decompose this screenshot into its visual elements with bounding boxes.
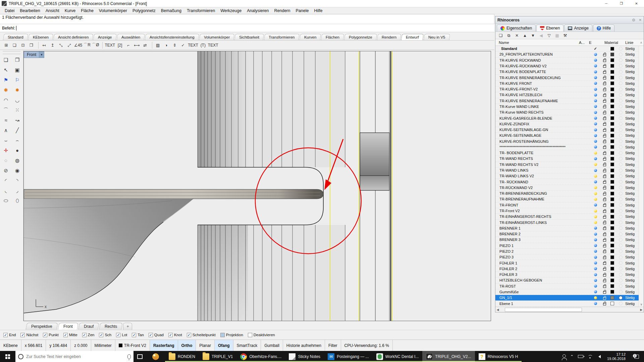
viewport-tab[interactable]: Perspektive — [25, 323, 58, 330]
taskbar-app[interactable]: Rhinoceros V5 H — [475, 351, 522, 362]
osnap-toggle[interactable]: ✓ Scheitelpunkt — [187, 333, 216, 337]
checkbox-icon[interactable]: ✓ — [187, 333, 191, 337]
lock-icon[interactable] — [603, 262, 606, 265]
named-views-icon[interactable]: ❐ — [27, 41, 36, 49]
layer-row[interactable]: TR-KURVE BODENPLATTE ✓ Stetig — [495, 69, 639, 75]
lock-icon[interactable] — [603, 153, 606, 155]
checkbox-icon[interactable]: ✓ — [82, 333, 87, 337]
lock-icon[interactable] — [603, 60, 606, 62]
dim-aligned-icon[interactable]: ⤡ — [57, 41, 65, 49]
status-cell[interactable]: Planar — [196, 340, 215, 351]
bulb-icon[interactable] — [594, 82, 597, 85]
bulb-icon[interactable] — [594, 105, 597, 108]
move-cv-icon[interactable]: ▣ — [12, 65, 22, 74]
material-icon[interactable] — [619, 53, 623, 56]
status-cell[interactable]: y 106.484 — [46, 340, 71, 351]
bulb-icon[interactable] — [594, 238, 597, 241]
arc-tangent-icon[interactable]: ◞ — [12, 186, 22, 195]
menu-item[interactable]: Werkzeuge — [218, 8, 244, 14]
layer-row[interactable]: FÜHLER 2 ✓ Stetig — [495, 266, 639, 272]
material-icon[interactable] — [619, 116, 623, 120]
panel-tab[interactable]: Anzeige — [564, 24, 592, 32]
arc-center-icon[interactable]: ◜ — [1, 176, 11, 185]
layer-color-swatch[interactable] — [610, 151, 614, 155]
layer-linetype[interactable]: Stetig — [625, 174, 639, 178]
bulb-icon[interactable] — [594, 285, 597, 288]
layer-row[interactable]: KURVE-ZÜNDFIX ✓ Stetig — [495, 121, 639, 127]
layer-row[interactable]: GN_1/1 ✓ Stetig — [495, 295, 639, 301]
layer-linetype[interactable]: Stetig — [625, 168, 639, 172]
checkbox-icon[interactable]: ✓ — [220, 333, 225, 337]
bulb-icon[interactable] — [594, 279, 597, 282]
layer-row[interactable]: TR-RÜCKWAND V2 ✓ Stetig — [495, 185, 639, 191]
toolbar-tab[interactable]: KEbenen — [28, 34, 53, 40]
menu-item[interactable]: Ansicht — [43, 8, 62, 14]
bulb-icon[interactable] — [594, 302, 597, 305]
layer-row[interactable]: TR-EINHÄNGEROST-LINKS ✓ Stetig — [495, 220, 639, 225]
vertical-scrollbar[interactable]: ∨ — [639, 46, 644, 307]
dim-check-icon[interactable]: ✓ — [179, 41, 187, 49]
dim-rotated-icon[interactable]: ⤢ — [65, 41, 73, 49]
layer-row[interactable]: TR-KURVE FRONT ✓ Stetig — [495, 81, 639, 86]
bulb-icon[interactable] — [594, 99, 597, 102]
leader-icon[interactable]: ⌐ — [124, 41, 132, 49]
layer-linetype[interactable]: Stetig — [625, 284, 639, 288]
chevron-down-icon[interactable]: ▼ — [39, 52, 44, 58]
material-icon[interactable] — [619, 58, 623, 62]
bulb-icon[interactable] — [594, 134, 597, 137]
layer-color-swatch[interactable] — [610, 111, 614, 114]
wifi-icon[interactable] — [588, 355, 592, 358]
taskbar-app[interactable]: WorkNC Dental I... — [373, 351, 423, 362]
delete-layer-icon[interactable]: ✕ — [514, 33, 520, 38]
toolbar-tab[interactable]: Ansichtsfenstereinstellung — [145, 34, 199, 40]
lock-icon[interactable] — [603, 83, 606, 85]
panel-tab[interactable]: Ebenen — [536, 24, 564, 32]
scroll-up-icon[interactable]: ∧ — [639, 41, 644, 44]
bulb-icon[interactable] — [594, 169, 597, 172]
layer-linetype[interactable]: Stetig — [625, 139, 639, 143]
layer-linetype[interactable]: Stetig — [625, 151, 639, 155]
layer-color-swatch[interactable] — [610, 221, 614, 224]
layer-row[interactable]: KURVE-SEITENABLAGE-GN ✓ Stetig — [495, 127, 639, 133]
lock-icon[interactable] — [603, 245, 606, 247]
sphere-icon[interactable]: ● — [12, 146, 22, 155]
toolbar-tab[interactable]: Volumenkörper — [199, 34, 235, 40]
status-cell[interactable]: Ofang — [215, 340, 233, 351]
dim-horizontal-icon[interactable]: ↤ — [40, 41, 48, 49]
layer-color-swatch[interactable] — [610, 267, 614, 270]
bulb-icon[interactable] — [594, 111, 597, 114]
toolbar-tab[interactable]: Flächen — [321, 34, 344, 40]
lock-icon[interactable] — [603, 123, 606, 126]
layer-row[interactable]: TR-Kurve WAND RECHTS ✓ Stetig — [495, 110, 639, 115]
point-grid-icon[interactable]: ⁙ — [12, 106, 22, 115]
layer-color-swatch[interactable] — [610, 232, 614, 236]
material-icon[interactable] — [619, 99, 623, 103]
layer-linetype[interactable]: Stetig — [625, 273, 639, 277]
lock-icon[interactable] — [603, 176, 606, 178]
layer-color-swatch[interactable] — [610, 203, 614, 207]
bulb-icon[interactable] — [594, 203, 597, 206]
material-icon[interactable] — [619, 145, 623, 149]
layer-linetype[interactable]: Stetig — [625, 186, 639, 190]
layer-linetype[interactable]: Stetig — [625, 296, 639, 300]
maximize-button[interactable]: ❐ — [614, 0, 629, 7]
toolbar-tab[interactable]: Entwurf — [401, 34, 424, 40]
layer-color-swatch[interactable] — [610, 209, 614, 213]
material-icon[interactable] — [619, 163, 623, 166]
toolbar-tab[interactable]: Ansicht definieren — [53, 34, 94, 40]
status-cell[interactable]: z 0.000 — [71, 340, 91, 351]
microphone-icon[interactable] — [127, 354, 131, 359]
status-cell[interactable]: SmartTrack — [233, 340, 261, 351]
status-cell[interactable]: x 566.601 — [21, 340, 46, 351]
material-icon[interactable] — [619, 128, 623, 132]
layer-row[interactable]: TR- RÜCKWAND ✓ Stetig — [495, 179, 639, 185]
arc-cv-icon[interactable]: ⌒ — [1, 106, 11, 115]
layer-color-swatch[interactable] — [610, 174, 614, 178]
checkbox-icon[interactable]: ✓ — [116, 333, 120, 337]
taskbar-app[interactable] — [133, 351, 149, 362]
layer-color-swatch[interactable] — [610, 255, 614, 259]
new-detail-icon[interactable]: ❏ — [10, 41, 19, 49]
layer-row[interactable]: BRENNER 2 ✓ Stetig — [495, 231, 639, 237]
new-layer-icon[interactable]: ❏ — [498, 33, 503, 38]
osnap-toggle[interactable]: ✓ Mitte — [63, 333, 77, 337]
